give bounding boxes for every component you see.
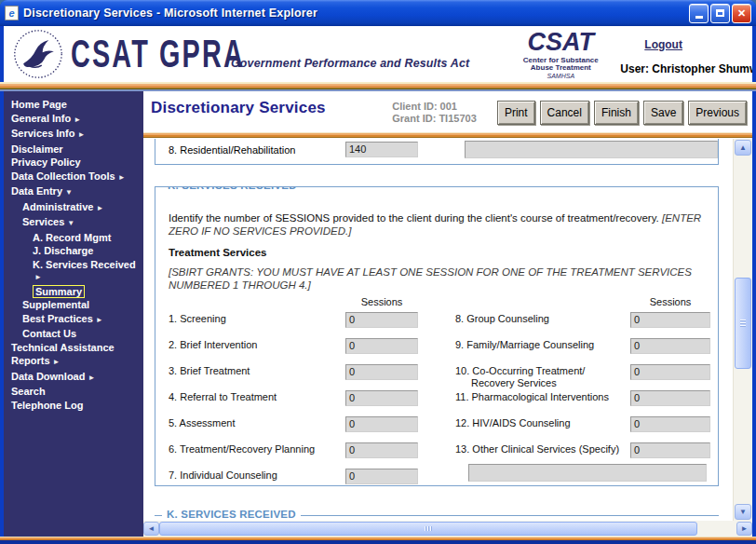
window-title: Discretionary Services - Microsoft Inter… (23, 7, 687, 20)
sessions-header-right: Sessions (630, 296, 710, 307)
csat-logo-line2: Abuse Treatment (501, 64, 620, 72)
header-separator-stripe (0, 82, 756, 91)
title-bar: e Discretionary Services - Microsoft Int… (0, 0, 756, 26)
csat-logo: CSAT Center for Substance Abuse Treatmen… (501, 30, 620, 79)
sidebar-item-services-info[interactable]: Services Info► (4, 127, 143, 143)
sessions-input-co-occurring-treatment[interactable]: 0 (630, 364, 710, 380)
sidebar-item-data-collection-tools[interactable]: Data Collection Tools► (4, 170, 143, 185)
service-label-treatment-recovery-planning: 6. Treatment/Recovery Planning (169, 442, 345, 468)
service-label-individual-counseling: 7. Individual Counseling (169, 468, 345, 486)
sessions-input-pharmacological-interventions[interactable]: 0 (630, 390, 710, 406)
grid-spacer (418, 468, 455, 486)
submenu-arrow-icon: ► (74, 116, 81, 124)
submenu-arrow-icon: ► (118, 173, 126, 182)
sidebar-item-home-page[interactable]: Home Page (4, 98, 143, 112)
previous-section-fieldset: 8. Residential/Rehabilitation 140 (155, 139, 719, 165)
finish-button[interactable]: Finish (594, 101, 639, 125)
scroll-up-button[interactable]: ▲ (735, 140, 751, 156)
grid-spacer (418, 311, 455, 337)
service-label-co-occurring-treatment: 10. Co-Occurring Treatment/ Recovery Ser… (455, 363, 630, 389)
other-clinical-specify-input[interactable] (468, 464, 707, 482)
browser-window: e Discretionary Services - Microsoft Int… (0, 0, 756, 544)
sessions-input-screening[interactable]: 0 (345, 312, 418, 328)
service-label-family-marriage-counseling: 9. Family/Marriage Counseling (455, 337, 630, 363)
sessions-header-left: Sessions (345, 296, 418, 307)
form-scroll-region: 8. Residential/Rehabilitation 140 K. SER… (143, 139, 733, 521)
sidebar-item-services-received[interactable]: K. Services Received► (4, 258, 143, 285)
sidebar-item-general-info[interactable]: General Info► (4, 112, 143, 128)
sessions-input-brief-treatment[interactable]: 0 (345, 364, 418, 380)
brand-title: CSAT GPRA (71, 31, 245, 75)
print-button[interactable]: Print (497, 101, 535, 125)
sessions-input-assessment[interactable]: 0 (345, 416, 418, 432)
maximize-button[interactable] (710, 4, 730, 23)
minimize-button[interactable] (689, 4, 709, 23)
sessions-instructions: Identify the number of SESSIONS provided… (169, 211, 710, 238)
service-label-hiv-aids-counseling: 12. HIV/AIDS Counseling (455, 415, 630, 442)
vertical-scrollbar[interactable]: ▲ ▼ (733, 139, 752, 521)
sidebar-item-data-entry[interactable]: Data Entry▼ (4, 184, 143, 200)
content-separator-stripe (143, 132, 752, 139)
sidebar-item-administrative[interactable]: Administrative► (4, 200, 143, 216)
residential-rehabilitation-label: 8. Residential/Rehabilitation (169, 144, 295, 156)
sessions-input-hiv-aids-counseling[interactable]: 0 (630, 416, 710, 432)
csat-logo-title: CSAT (501, 30, 620, 55)
internet-explorer-icon: e (5, 6, 19, 20)
sidebar-item-telephone-log[interactable]: Telephone Log (4, 399, 143, 413)
sessions-input-referral-to-treatment[interactable]: 0 (345, 390, 418, 406)
residential-rehabilitation-input[interactable]: 140 (345, 142, 418, 157)
scroll-right-button[interactable]: ► (736, 522, 752, 536)
submenu-arrow-icon: ► (96, 204, 103, 212)
sidebar-item-best-practices[interactable]: Best Practices► (4, 312, 143, 328)
scroll-down-button[interactable]: ▼ (735, 504, 751, 520)
sidebar-item-supplemental[interactable]: Supplemental (4, 298, 143, 312)
service-label-group-counseling: 8. Group Counseling (455, 311, 630, 337)
client-grant-ids: Client ID: 001 Grant ID: TI15703 (392, 99, 497, 125)
scroll-up-icon: ▲ (739, 143, 747, 152)
grant-id: Grant ID: TI15703 (392, 113, 497, 125)
sidebar-item-record-mgmt[interactable]: A. Record Mgmt (4, 231, 143, 245)
sidebar-item-privacy-policy[interactable]: Privacy Policy (4, 156, 143, 170)
sessions-input-family-marriage-counseling[interactable]: 0 (630, 338, 710, 354)
service-label-pharmacological-interventions: 11. Pharmacological Interventions (455, 389, 630, 415)
close-icon: ✕ (737, 7, 746, 20)
content-header: Discretionary Services Client ID: 001 Gr… (143, 91, 752, 132)
horizontal-scrollbar-thumb[interactable] (159, 522, 697, 536)
sidebar-item-disclaimer[interactable]: Disclaimer (4, 143, 143, 156)
sidebar-item-summary[interactable]: Summary (4, 285, 143, 299)
service-label-brief-treatment: 3. Brief Treatment (169, 363, 345, 389)
sidebar-item-reports[interactable]: Reports► (4, 354, 143, 370)
sidebar-item-discharge[interactable]: J. Discharge (4, 244, 143, 258)
service-label-assessment: 5. Assessment (169, 415, 345, 442)
residential-rehabilitation-specify-input[interactable] (465, 141, 718, 158)
minimize-icon (695, 16, 703, 19)
services-received-fieldset: K. SERVICES RECEIVED Identify the number… (155, 186, 719, 486)
sidebar-item-data-download[interactable]: Data Download► (4, 370, 143, 386)
submenu-arrow-icon: ► (96, 316, 103, 324)
cancel-button[interactable]: Cancel (540, 101, 589, 125)
sidebar-item-contact-us[interactable]: Contact Us (4, 327, 143, 341)
logged-in-user: User: Christopher Shumway (620, 62, 752, 75)
sessions-input-group-counseling[interactable]: 0 (630, 312, 710, 328)
user-block: Logout User: Christopher Shumway (620, 34, 752, 75)
vertical-scrollbar-thumb[interactable] (735, 278, 751, 369)
sidebar-item-technical-assistance[interactable]: Technical Assistance (4, 341, 143, 355)
selected-nav-highlight: Summary (33, 285, 85, 299)
save-button[interactable]: Save (643, 101, 683, 125)
logout-link[interactable]: Logout (644, 38, 682, 51)
sidebar-item-search[interactable]: Search (4, 385, 143, 399)
sessions-input-treatment-recovery-planning[interactable]: 0 (345, 442, 418, 458)
sessions-input-other-clinical-services[interactable]: 0 (630, 442, 710, 458)
sessions-input-individual-counseling[interactable]: 0 (345, 469, 418, 484)
submenu-arrow-icon: ► (77, 130, 85, 139)
submenu-open-arrow-icon: ▼ (65, 188, 73, 197)
sidebar-item-services[interactable]: Services▼ (4, 215, 143, 231)
page-title: Discretionary Services (151, 99, 392, 117)
horizontal-scrollbar[interactable]: ◄ ► (143, 521, 752, 537)
close-button[interactable]: ✕ (732, 4, 751, 23)
treatment-services-grid: 1. Screening 0 8. Group Counseling 0 2. … (169, 311, 710, 486)
sessions-input-brief-intervention[interactable]: 0 (345, 338, 418, 354)
scroll-left-button[interactable]: ◄ (143, 522, 159, 536)
previous-button[interactable]: Previous (688, 101, 747, 125)
grid-spacer (418, 442, 455, 468)
